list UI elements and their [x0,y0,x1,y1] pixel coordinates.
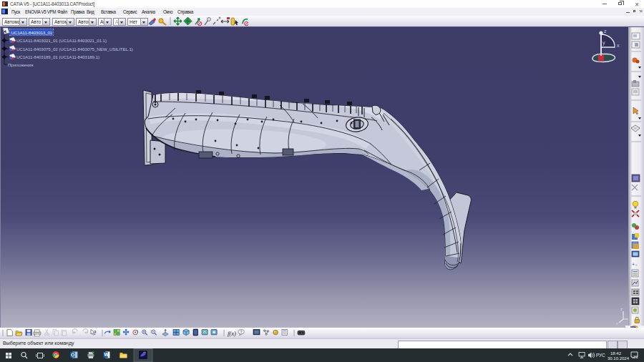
svg-text:21: 21 [633,355,638,359]
svg-text:W: W [104,352,108,357]
svg-text:z: z [604,29,607,34]
svg-text:y: y [602,40,605,46]
svg-text:x: x [616,321,618,326]
svg-text:z: z [620,307,623,311]
svg-text:f​(x): f​(x) [228,330,236,337]
svg-text:?: ? [240,330,242,334]
svg-text:РУС: РУС [596,353,605,358]
svg-text:18:42: 18:42 [610,351,622,356]
svg-text:30.10.2024: 30.10.2024 [608,356,630,361]
svg-text:+-: +- [632,262,638,268]
svg-text:x: x [617,43,620,48]
svg-text:?: ? [94,330,97,336]
